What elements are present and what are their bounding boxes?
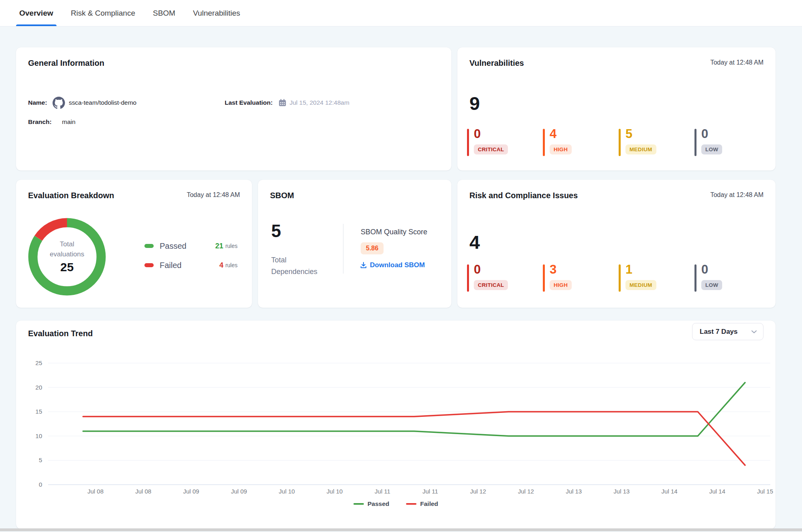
last-evaluation-row: Last Evaluation: Jul 15, 2024 12:48am <box>225 97 349 108</box>
risk-compliance-total: 4 <box>469 233 480 252</box>
svg-text:Jul 14: Jul 14 <box>709 488 725 495</box>
card-title: General Information <box>28 59 104 68</box>
svg-text:Jul 09: Jul 09 <box>183 488 199 495</box>
severity-critical: 0 CRITICAL <box>467 128 543 154</box>
severity-badge: CRITICAL <box>474 144 508 154</box>
tab-sbom[interactable]: SBOM <box>153 0 175 26</box>
branch-row: Branch: main <box>28 116 75 128</box>
severity-count: 0 <box>474 263 543 276</box>
svg-text:25: 25 <box>35 359 42 366</box>
risk-compliance-card: Risk and Compliance Issues Today at 12:4… <box>457 180 776 308</box>
legend-count: 21 <box>215 242 223 250</box>
severity-count: 3 <box>550 263 619 276</box>
timestamp: Today at 12:48 AM <box>187 191 240 199</box>
sbom-quality-score-label: SBOM Quality Score <box>361 228 427 236</box>
severity-count: 0 <box>701 128 770 141</box>
sbom-quality-score-badge: 5.86 <box>361 242 384 254</box>
breakdown-legend: Passed 21 rules Failed 4 rules <box>144 241 238 279</box>
svg-text:Jul 11: Jul 11 <box>375 488 390 495</box>
name-label: Name: <box>28 99 47 106</box>
severity-badge: CRITICAL <box>474 280 508 290</box>
svg-text:Jul 08: Jul 08 <box>87 488 104 495</box>
failed-line-swatch-icon <box>406 503 416 505</box>
svg-text:20: 20 <box>35 384 42 391</box>
legend-passed-row: Passed 21 rules <box>144 241 238 251</box>
severity-low: 0 LOW <box>694 128 770 154</box>
severity-row: 0 CRITICAL 4 HIGH 5 MEDIUM 0 LOW <box>467 128 770 154</box>
legend-unit: rules <box>225 262 238 268</box>
evaluation-breakdown-card: Evaluation Breakdown Today at 12:48 AM T… <box>16 180 252 308</box>
severity-count: 1 <box>625 263 694 276</box>
legend-failed: Failed <box>406 500 438 508</box>
tab-overview[interactable]: Overview <box>19 0 53 26</box>
legend-passed: Passed <box>353 500 389 508</box>
severity-badge: LOW <box>701 144 722 154</box>
branch-label: Branch: <box>28 118 52 126</box>
trend-line-chart: 0510152025Jul 08Jul 08Jul 09Jul 09Jul 10… <box>16 321 776 529</box>
passed-line-swatch-icon <box>353 503 364 505</box>
svg-text:Jul 13: Jul 13 <box>613 488 629 495</box>
calendar-icon <box>278 99 286 107</box>
card-title: Evaluation Breakdown <box>28 191 114 200</box>
svg-text:Jul 12: Jul 12 <box>470 488 486 495</box>
timestamp: Today at 12:48 AM <box>710 191 763 199</box>
total-dependencies-label: TotalDependencies <box>271 254 317 278</box>
svg-text:Jul 15: Jul 15 <box>757 488 773 495</box>
download-icon <box>360 262 367 269</box>
svg-text:Jul 12: Jul 12 <box>518 488 534 495</box>
severity-medium: 1 MEDIUM <box>619 263 694 290</box>
card-title: Vulnerabilities <box>469 59 524 68</box>
severity-badge: MEDIUM <box>625 280 656 290</box>
vertical-divider <box>343 224 343 274</box>
severity-count: 0 <box>474 128 543 141</box>
legend-unit: rules <box>225 243 238 249</box>
repo-name-value: ssca-team/todolist-demo <box>69 99 136 106</box>
evaluation-trend-card: Evaluation Trend Last 7 Days 0510152025J… <box>16 321 776 529</box>
legend-failed-row: Failed 4 rules <box>144 260 238 270</box>
svg-text:Jul 14: Jul 14 <box>662 488 678 495</box>
donut-center-label: Totalevaluations 25 <box>28 218 106 296</box>
svg-text:10: 10 <box>35 433 42 439</box>
severity-count: 0 <box>701 263 770 276</box>
github-icon <box>53 97 65 109</box>
tab-risk-compliance[interactable]: Risk & Compliance <box>71 0 136 26</box>
trend-legend: Passed Failed <box>16 500 776 508</box>
severity-badge: LOW <box>701 280 722 290</box>
branch-value: main <box>62 118 76 126</box>
horizontal-scrollbar[interactable] <box>0 528 802 531</box>
card-title: Risk and Compliance Issues <box>469 191 578 200</box>
svg-text:Jul 11: Jul 11 <box>422 488 438 495</box>
passed-swatch-icon <box>144 244 154 248</box>
severity-row: 0 CRITICAL 3 HIGH 1 MEDIUM 0 LOW <box>467 263 770 290</box>
severity-count: 4 <box>550 128 619 141</box>
severity-high: 4 HIGH <box>543 128 619 154</box>
svg-text:Jul 10: Jul 10 <box>279 488 295 495</box>
sbom-card: SBOM 5 TotalDependencies SBOM Quality Sc… <box>258 180 451 308</box>
svg-text:15: 15 <box>35 408 42 415</box>
failed-swatch-icon <box>144 263 154 267</box>
card-title: SBOM <box>270 191 294 200</box>
timestamp: Today at 12:48 AM <box>710 59 763 66</box>
last-evaluation-value: Jul 15, 2024 12:48am <box>290 99 349 106</box>
total-dependencies-value: 5 <box>271 222 281 240</box>
svg-text:0: 0 <box>39 481 42 488</box>
legend-label: Failed <box>160 261 219 270</box>
download-sbom-link[interactable]: Download SBOM <box>360 261 425 269</box>
severity-badge: HIGH <box>550 144 572 154</box>
svg-text:Jul 09: Jul 09 <box>231 488 247 495</box>
vulnerabilities-card: Vulnerabilities Today at 12:48 AM 9 0 CR… <box>457 47 776 171</box>
severity-badge: MEDIUM <box>625 144 656 154</box>
svg-text:Jul 08: Jul 08 <box>135 488 151 495</box>
total-evaluations-value: 25 <box>60 260 73 274</box>
tab-bar: Overview Risk & Compliance SBOM Vulnerab… <box>0 0 802 26</box>
severity-critical: 0 CRITICAL <box>467 263 543 290</box>
severity-high: 3 HIGH <box>543 263 619 290</box>
repo-name-row: Name: ssca-team/todolist-demo <box>28 97 136 108</box>
general-information-card: General Information Name: ssca-team/todo… <box>16 47 451 171</box>
svg-text:Jul 13: Jul 13 <box>566 488 582 495</box>
severity-count: 5 <box>625 128 694 141</box>
last-evaluation-label: Last Evaluation: <box>225 99 273 106</box>
legend-count: 4 <box>219 261 223 270</box>
tab-vulnerabilities[interactable]: Vulnerabilities <box>193 0 240 26</box>
svg-text:Jul 10: Jul 10 <box>327 488 343 495</box>
